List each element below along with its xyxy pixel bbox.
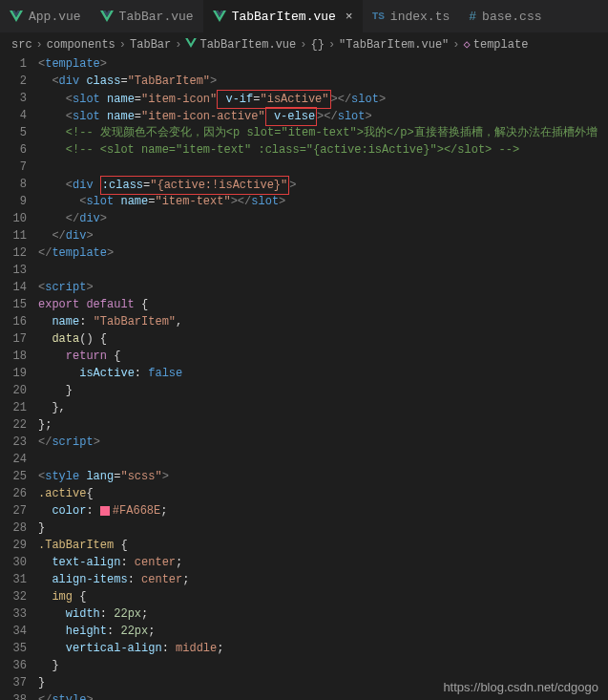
code-line[interactable]: align-items: center; (38, 571, 608, 588)
breadcrumb: src›components›TabBar› TabBarItem.vue›{}… (0, 33, 608, 55)
code-line[interactable]: </div> (38, 227, 608, 244)
code-line[interactable]: name: "TabBarItem", (38, 313, 608, 330)
tab-label: base.css (482, 10, 541, 24)
highlight-box: :class="{active:!isActive}" (100, 176, 289, 195)
highlight-box: v-if="isActive" (217, 90, 330, 109)
code-line[interactable]: vertical-align: middle; (38, 640, 608, 657)
code-line[interactable] (38, 262, 608, 279)
tab-label: App.vue (29, 10, 81, 24)
code-line[interactable]: } (38, 520, 608, 537)
code-line[interactable]: text-align: center; (38, 554, 608, 571)
tab-TabBarItem-vue[interactable]: TabBarItem.vue× (203, 0, 363, 32)
chevron-right-icon: › (175, 38, 181, 52)
chevron-right-icon: › (452, 38, 459, 52)
line-number-gutter: 1234567891011121314151617181920212223242… (0, 55, 38, 700)
vue-icon (213, 11, 226, 22)
breadcrumb-item[interactable]: TabBar (130, 38, 171, 52)
breadcrumb-item[interactable]: src (11, 38, 32, 52)
tab-base-css[interactable]: #base.css (459, 0, 551, 32)
code-line[interactable]: isActive: false (38, 365, 608, 382)
code-line[interactable]: <script> (38, 279, 608, 296)
code-line[interactable]: <div class="TabBarItem"> (38, 73, 608, 90)
code-line[interactable]: data() { (38, 330, 608, 348)
code-line[interactable] (38, 159, 608, 176)
css-icon: # (469, 10, 476, 24)
watermark: https://blog.csdn.net/cdgogo (443, 680, 598, 694)
vue-icon (185, 38, 197, 52)
breadcrumb-item[interactable]: "TabBarItem.vue" (339, 38, 449, 52)
code-line[interactable]: <slot name="item-icon" v-if="isActive"><… (38, 90, 608, 107)
breadcrumb-item[interactable]: components (47, 38, 115, 52)
tab-label: TabBarItem.vue (232, 10, 336, 24)
chevron-right-icon: › (300, 38, 306, 52)
code-line[interactable]: <!-- 发现颜色不会变化，因为<p slot="item-text">我的</… (38, 124, 608, 141)
chevron-right-icon: › (328, 38, 335, 52)
color-swatch (100, 506, 110, 516)
vue-icon (10, 11, 23, 22)
tab-label: index.ts (390, 10, 450, 24)
code-line[interactable]: </div> (38, 210, 608, 227)
tab-App-vue[interactable]: App.vue (0, 0, 91, 32)
code-line[interactable]: .active{ (38, 485, 608, 502)
code-line[interactable]: width: 22px; (38, 605, 608, 623)
code-editor[interactable]: 1234567891011121314151617181920212223242… (0, 55, 608, 700)
tab-label: TabBar.vue (119, 10, 194, 24)
code-line[interactable]: <style lang="scss"> (38, 468, 608, 485)
code-line[interactable]: .TabBarItem { (38, 537, 608, 554)
ts-icon: TS (372, 11, 385, 22)
code-line[interactable]: }; (38, 416, 608, 434)
chevron-right-icon: › (36, 38, 43, 52)
code-line[interactable]: } (38, 382, 608, 399)
code-line[interactable]: <template> (38, 55, 608, 73)
chevron-right-icon: › (119, 38, 126, 52)
tab-TabBar-vue[interactable]: TabBar.vue (91, 0, 203, 32)
code-line[interactable] (38, 451, 608, 468)
code-line[interactable]: <div :class="{active:!isActive}"> (38, 176, 608, 193)
highlight-box: v-else (265, 107, 317, 126)
tab-index-ts[interactable]: TSindex.ts (363, 0, 460, 32)
vue-icon (100, 11, 114, 22)
code-content[interactable]: <template> <div class="TabBarItem"> <slo… (38, 55, 608, 700)
code-line[interactable]: <slot name="item-text"></slot> (38, 193, 608, 210)
breadcrumb-item[interactable]: ◇ template (464, 37, 529, 52)
code-line[interactable]: color: #FA668E; (38, 502, 608, 520)
code-line[interactable]: }, (38, 399, 608, 416)
code-line[interactable]: return { (38, 348, 608, 365)
code-line[interactable]: img { (38, 588, 608, 605)
code-line[interactable]: </template> (38, 244, 608, 262)
code-line[interactable]: <!-- <slot name="item-text" :class="{act… (38, 141, 608, 159)
code-line[interactable]: </script> (38, 434, 608, 451)
code-line[interactable]: height: 22px; (38, 623, 608, 640)
code-line[interactable]: <slot name="item-icon-active" v-else></s… (38, 107, 608, 124)
template-icon: ◇ (464, 37, 471, 52)
breadcrumb-item[interactable]: TabBarItem.vue (185, 38, 296, 52)
editor-tabs: App.vueTabBar.vueTabBarItem.vue×TSindex.… (0, 0, 608, 33)
code-line[interactable]: } (38, 657, 608, 674)
close-icon[interactable]: × (346, 10, 353, 24)
code-line[interactable]: export default { (38, 296, 608, 313)
breadcrumb-item[interactable]: {} (310, 38, 324, 52)
